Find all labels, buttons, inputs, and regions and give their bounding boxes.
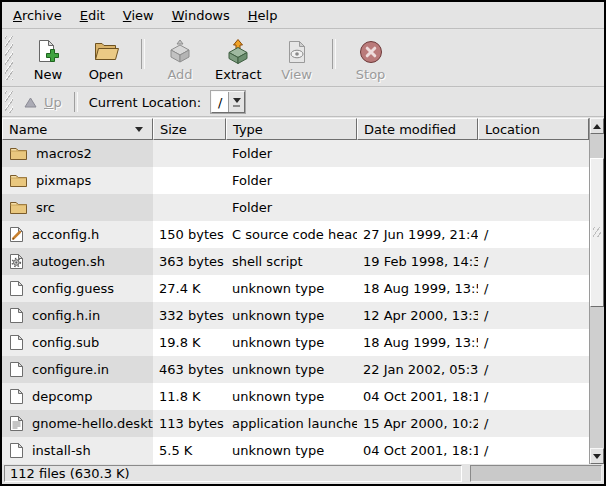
scroll-up-button[interactable]	[590, 118, 604, 134]
table-row[interactable]: config.guess 27.4 K unknown type 18 Aug …	[2, 275, 589, 302]
file-type: Folder	[226, 194, 357, 221]
file-date-modified: 18 Aug 1999, 13:53	[357, 329, 478, 356]
open-button[interactable]: Open	[77, 32, 135, 85]
file-type: unknown type	[226, 302, 357, 329]
extract-button[interactable]: Extract	[209, 32, 268, 85]
file-size	[153, 194, 226, 221]
new-button[interactable]: New	[19, 32, 77, 85]
file-name: install-sh	[32, 443, 91, 458]
file-date-modified	[357, 167, 478, 194]
document-icon	[9, 442, 24, 459]
column-header-location[interactable]: Location	[478, 118, 589, 140]
file-date-modified: 19 Feb 1998, 14:31	[357, 248, 478, 275]
table-row[interactable]: pixmaps Folder	[2, 167, 589, 194]
file-size: 332 bytes	[153, 302, 226, 329]
table-row[interactable]: configure.in 463 bytes unknown type 22 J…	[2, 356, 589, 383]
file-location: /	[478, 329, 589, 356]
file-size: 11.8 K	[153, 383, 226, 410]
status-text: 112 files (630.3 K)	[10, 466, 130, 481]
file-name: gnome-hello.desktop	[32, 416, 153, 431]
table-row[interactable]: config.h.in 332 bytes unknown type 12 Ap…	[2, 302, 589, 329]
file-name: macros2	[36, 146, 92, 161]
progress-area	[470, 465, 602, 482]
status-bar: 112 files (630.3 K)	[2, 464, 604, 484]
folder-icon	[9, 173, 28, 188]
file-location	[478, 140, 589, 167]
file-type: unknown type	[226, 356, 357, 383]
location-dropdown-button[interactable]	[229, 92, 244, 112]
table-row[interactable]: src Folder	[2, 194, 589, 221]
menu-edit[interactable]: Edit	[71, 4, 114, 27]
menu-archive[interactable]: Archive	[4, 4, 71, 27]
table-row[interactable]: config.sub 19.8 K unknown type 18 Aug 19…	[2, 329, 589, 356]
script-document-icon	[9, 253, 24, 270]
add-files-icon	[167, 38, 193, 66]
file-date-modified: 22 Jan 2002, 05:35	[357, 356, 478, 383]
file-date-modified: 18 Aug 1999, 13:53	[357, 275, 478, 302]
file-size: 5.5 K	[153, 437, 226, 464]
folder-icon	[9, 146, 28, 161]
extract-icon	[225, 38, 251, 66]
table-row[interactable]: depcomp 11.8 K unknown type 04 Oct 2001,…	[2, 383, 589, 410]
scroll-down-button[interactable]	[590, 448, 604, 464]
file-location: /	[478, 410, 589, 437]
file-type: unknown type	[226, 383, 357, 410]
file-location	[478, 194, 589, 221]
add-button: Add	[151, 32, 209, 85]
column-headers: Name Size Type Date modified Location	[2, 118, 589, 140]
location-bar: Up Current Location: /	[2, 88, 604, 116]
menu-view[interactable]: View	[114, 4, 163, 27]
file-location	[478, 167, 589, 194]
column-header-date-modified[interactable]: Date modified	[357, 118, 478, 140]
scrollbar-thumb[interactable]	[590, 158, 604, 307]
file-date-modified: 12 Apr 2000, 13:36	[357, 302, 478, 329]
view-button-label: View	[281, 68, 312, 82]
toolbar: New Open Add Extract View Stop	[2, 30, 604, 86]
menu-help[interactable]: Help	[239, 4, 287, 27]
triangle-up-icon	[593, 124, 601, 129]
file-name: config.sub	[32, 335, 99, 350]
new-archive-icon	[35, 38, 61, 66]
document-icon	[9, 334, 24, 351]
file-date-modified	[357, 140, 478, 167]
file-size: 113 bytes	[153, 410, 226, 437]
location-value[interactable]: /	[212, 92, 229, 112]
text-document-icon	[9, 415, 24, 432]
locationbar-drag-handle[interactable]	[5, 91, 13, 113]
current-location-label: Current Location:	[89, 95, 201, 110]
sort-descending-icon	[135, 127, 143, 132]
menu-bar: Archive Edit View Windows Help	[2, 2, 604, 28]
document-icon	[9, 307, 24, 324]
file-type: application launcher	[226, 410, 357, 437]
file-location: /	[478, 437, 589, 464]
file-name: configure.in	[32, 362, 109, 377]
archive-manager-window: Archive Edit View Windows Help New Open …	[0, 0, 606, 486]
file-type: C source code header	[226, 221, 357, 248]
column-header-size[interactable]: Size	[153, 118, 226, 140]
file-count-status: 112 files (630.3 K)	[4, 465, 462, 482]
table-row[interactable]: macros2 Folder	[2, 140, 589, 167]
column-header-name[interactable]: Name	[2, 118, 153, 140]
menu-windows[interactable]: Windows	[163, 4, 239, 27]
locationbar-separator	[74, 92, 78, 112]
vertical-scrollbar[interactable]	[589, 118, 604, 464]
table-row[interactable]: install-sh 5.5 K unknown type 04 Oct 200…	[2, 437, 589, 464]
up-button-label: Up	[44, 95, 62, 110]
table-row[interactable]: autogen.sh 363 bytes shell script 19 Feb…	[2, 248, 589, 275]
toolbar-drag-handle[interactable]	[5, 36, 13, 80]
file-date-modified: 27 Jun 1999, 21:49	[357, 221, 478, 248]
table-row[interactable]: gnome-hello.desktop 113 bytes applicatio…	[2, 410, 589, 437]
stop-button: Stop	[342, 32, 400, 85]
file-size: 363 bytes	[153, 248, 226, 275]
open-button-label: Open	[89, 68, 124, 82]
location-combobox[interactable]: /	[211, 91, 245, 113]
open-archive-icon	[92, 38, 120, 66]
file-location: /	[478, 383, 589, 410]
file-name: src	[36, 200, 55, 215]
file-size: 19.8 K	[153, 329, 226, 356]
chevron-down-icon	[233, 98, 241, 103]
file-name: config.guess	[32, 281, 114, 296]
table-row[interactable]: acconfig.h 150 bytes C source code heade…	[2, 221, 589, 248]
triangle-down-icon	[593, 454, 601, 459]
column-header-type[interactable]: Type	[226, 118, 357, 140]
